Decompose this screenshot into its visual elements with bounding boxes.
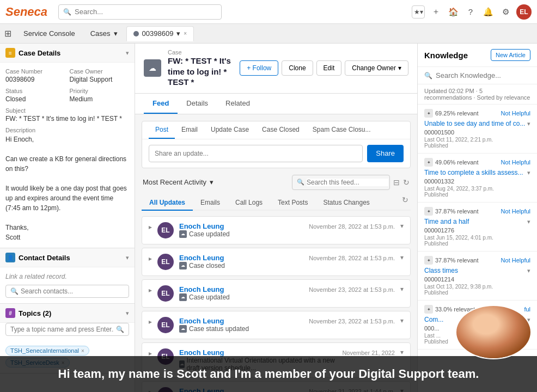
- edit-button[interactable]: Edit: [316, 60, 342, 76]
- act-tab-text-posts[interactable]: Text Posts: [270, 195, 315, 211]
- case-label: Case: [168, 49, 233, 56]
- clone-button[interactable]: Clone: [282, 60, 313, 76]
- global-search[interactable]: 🔍: [58, 4, 222, 20]
- ki-not-helpful-4[interactable]: ful: [524, 306, 530, 313]
- ki-title-0[interactable]: Unable to see day and time of co... ▾: [424, 120, 530, 127]
- feed-expand-2[interactable]: ▸: [149, 285, 152, 294]
- tab-dropdown-icon[interactable]: ▾: [176, 29, 180, 38]
- follow-button[interactable]: + Follow: [240, 60, 278, 76]
- contact-search[interactable]: 🔍: [5, 285, 129, 298]
- top-nav: Seneca 🔍 ★▾ ＋ 🏠 ? 🔔 ⚙ EL: [0, 0, 537, 24]
- ki-title-chevron-1[interactable]: ▾: [527, 169, 530, 176]
- feed-search-input[interactable]: [307, 179, 388, 186]
- ki-title-chevron-0[interactable]: ▾: [527, 120, 530, 127]
- tab-feed[interactable]: Feed: [144, 94, 178, 114]
- feed-search[interactable]: 🔍: [292, 175, 390, 190]
- activity-tabs: All Updates Emails Call Logs Text Posts …: [142, 195, 411, 211]
- feed-expand-1[interactable]: ▸: [149, 254, 152, 262]
- filter-chevron[interactable]: ▾: [210, 178, 213, 186]
- tab-service-console[interactable]: Service Console: [17, 26, 82, 41]
- user-avatar[interactable]: EL: [516, 4, 532, 20]
- contact-search-input[interactable]: [21, 287, 124, 295]
- case-details-chevron[interactable]: [126, 50, 129, 57]
- ki-not-helpful-3[interactable]: Not Helpful: [501, 257, 530, 264]
- act-tab-emails[interactable]: Emails: [193, 195, 228, 211]
- pub-tab-email[interactable]: Email: [175, 121, 204, 139]
- ki-not-helpful-1[interactable]: Not Helpful: [501, 159, 530, 166]
- tab-cases[interactable]: Cases ▾: [84, 26, 124, 41]
- change-owner-chevron: ▾: [398, 64, 401, 72]
- refresh-icon[interactable]: ↻: [403, 178, 410, 187]
- new-article-button[interactable]: New Article: [491, 49, 530, 61]
- act-tab-status[interactable]: Status Changes: [315, 195, 377, 211]
- tab-details[interactable]: Details: [178, 94, 217, 114]
- feed-menu-4[interactable]: ▾: [400, 348, 404, 356]
- add-icon[interactable]: ＋: [429, 5, 442, 19]
- case-number-row: Case Number 00398609 Case Owner Digital …: [5, 68, 129, 83]
- description-label: Description: [5, 127, 129, 133]
- ki-num-3: 000001214: [424, 276, 530, 283]
- pub-tab-spam[interactable]: Spam Case Closu...: [306, 121, 377, 139]
- topics-chevron[interactable]: [126, 310, 129, 317]
- case-details-header: ≡ Case Details: [0, 44, 135, 63]
- feed-name-2[interactable]: Enoch Leung: [179, 285, 303, 293]
- pub-tab-post[interactable]: Post: [149, 121, 175, 139]
- feed-menu-0[interactable]: ▾: [400, 222, 404, 230]
- feed-item-3: ▸ EL Enoch Leung ☁ Case status updated N…: [142, 311, 411, 339]
- global-search-input[interactable]: [75, 8, 217, 16]
- ki-num-2: 000001276: [424, 227, 530, 234]
- ki-not-helpful-2[interactable]: Not Helpful: [501, 208, 530, 215]
- feed-expand-0[interactable]: ▸: [149, 222, 152, 231]
- publisher-input[interactable]: [149, 145, 363, 162]
- cases-dropdown-icon[interactable]: ▾: [114, 29, 118, 38]
- act-tab-all[interactable]: All Updates: [142, 195, 193, 211]
- ki-not-helpful-0[interactable]: Not Helpful: [501, 110, 530, 117]
- pub-tab-update-case[interactable]: Update Case: [204, 121, 255, 139]
- topic-input-area[interactable]: 🔍: [5, 323, 129, 336]
- contact-details-chevron[interactable]: [126, 254, 129, 261]
- knowledge-meta: Updated 02:02 PM · 5 recommendations · S…: [418, 84, 537, 105]
- knowledge-search-input[interactable]: [436, 71, 530, 79]
- favorites-icon[interactable]: ★▾: [412, 5, 425, 19]
- ki-title-chevron-3[interactable]: ▾: [527, 267, 530, 274]
- feed-name-3[interactable]: Enoch Leung: [179, 317, 303, 325]
- share-button[interactable]: Share: [367, 145, 404, 162]
- feed-name-1[interactable]: Enoch Leung: [179, 254, 303, 262]
- settings-icon[interactable]: ⚙: [499, 5, 512, 19]
- tab-related[interactable]: Related: [217, 94, 259, 114]
- feed-name-4[interactable]: Enoch Leung: [179, 348, 337, 357]
- feed-avatar-1: EL: [157, 254, 174, 270]
- tab-close-icon[interactable]: ×: [184, 30, 187, 36]
- pub-tab-case-closed[interactable]: Case Closed: [255, 121, 306, 139]
- feed-menu-3[interactable]: ▾: [400, 317, 404, 324]
- feed-time-1: November 28, 2022 at 1:53 p.m.: [309, 254, 395, 261]
- ki-title-text-1: Time to complete a skills assess...: [424, 169, 523, 176]
- topic-tag-remove-0[interactable]: ×: [81, 348, 84, 354]
- ki-title-3[interactable]: Class times ▾: [424, 267, 530, 274]
- home-icon[interactable]: 🏠: [447, 5, 460, 19]
- topic-input[interactable]: [10, 326, 114, 333]
- ki-title-text-0: Unable to see day and time of co...: [424, 120, 525, 127]
- ki-relevance-label-1: 49.06% relevant: [435, 159, 479, 166]
- help-icon[interactable]: ?: [464, 5, 477, 19]
- case-owner-value: Digital Support: [70, 76, 130, 83]
- topics-header-left: # Topics (2): [5, 308, 51, 318]
- knowledge-search[interactable]: 🔍: [418, 67, 537, 84]
- ki-relevance-1: ✦ 49.06% relevant: [424, 158, 479, 167]
- contact-link[interactable]: Link a related record.: [5, 273, 129, 280]
- feed-menu-1[interactable]: ▾: [400, 254, 404, 261]
- ki-title-2[interactable]: Time and a half ▾: [424, 218, 530, 225]
- feed-name-0[interactable]: Enoch Leung: [179, 222, 303, 230]
- ki-title-chevron-2[interactable]: ▾: [527, 218, 530, 225]
- feed-menu-2[interactable]: ▾: [400, 285, 404, 293]
- act-tab-call-logs[interactable]: Call Logs: [228, 195, 270, 211]
- ki-title-1[interactable]: Time to complete a skills assess... ▾: [424, 169, 530, 176]
- change-owner-button[interactable]: Change Owner ▾: [345, 60, 408, 76]
- filter-options-icon[interactable]: ⊟: [393, 178, 400, 187]
- bell-icon[interactable]: 🔔: [481, 5, 495, 19]
- tab-case-number[interactable]: 00398609 ▾ ×: [126, 26, 194, 41]
- cases-label: Cases: [90, 29, 111, 38]
- feed-expand-3[interactable]: ▸: [149, 317, 152, 326]
- tabs-scroll-right[interactable]: ↻: [400, 195, 411, 210]
- grid-icon[interactable]: ⊞: [4, 28, 11, 39]
